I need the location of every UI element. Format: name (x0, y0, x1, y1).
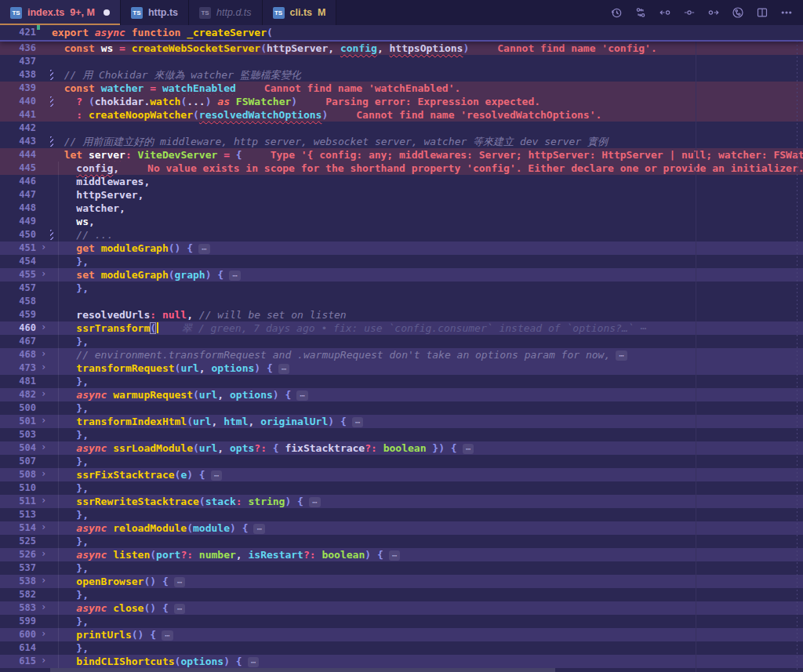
code-editor[interactable]: 421 export async function _createServer(… (0, 25, 803, 672)
fold-chevron-icon[interactable]: › (41, 601, 46, 614)
folded-code-ellipsis[interactable]: ⋯ (174, 604, 186, 614)
line-number[interactable]: 446 (0, 175, 36, 188)
code-line-615[interactable]: 615› bindCLIShortcuts(options) {⋯ (0, 655, 803, 668)
folded-code-ellipsis[interactable]: ⋯ (616, 351, 627, 361)
code-line-448[interactable]: 448 watcher, (0, 202, 803, 215)
fold-chevron-icon[interactable]: › (41, 494, 46, 507)
line-number[interactable]: 439 (0, 82, 36, 95)
line-number[interactable]: 510 (0, 481, 36, 495)
code-line-501[interactable]: 501› transformIndexHtml(url, html, origi… (0, 415, 803, 428)
line-number[interactable]: 514 (0, 521, 36, 535)
line-number[interactable]: 441 (0, 108, 36, 122)
line-number[interactable]: 481 (0, 375, 36, 388)
code-line-459[interactable]: 459 resolvedUrls: null, // will be set o… (0, 308, 803, 321)
folded-code-ellipsis[interactable]: ⋯ (229, 271, 241, 281)
folded-code-ellipsis[interactable]: ⋯ (296, 390, 308, 401)
folded-code-ellipsis[interactable]: ⋯ (162, 630, 173, 641)
fold-chevron-icon[interactable]: › (41, 441, 46, 454)
line-number[interactable]: 459 (0, 308, 36, 321)
line-number[interactable]: 473 (0, 361, 36, 375)
code-line-447[interactable]: 447 httpServer, (0, 188, 803, 202)
fold-chevron-icon[interactable]: › (41, 241, 46, 254)
tab-index-ts[interactable]: TSindex.ts9+, M (0, 0, 121, 25)
line-number[interactable]: 436 (0, 42, 36, 55)
code-line-513[interactable]: 513 }, (0, 508, 803, 521)
line-number[interactable]: 501 (0, 415, 36, 428)
code-line-451[interactable]: 451› get moduleGraph() {⋯ (0, 242, 803, 255)
code-line-455[interactable]: 455› set moduleGraph(graph) {⋯ (0, 268, 803, 282)
code-line-442[interactable]: 442 (0, 122, 803, 135)
tab-http-ts[interactable]: TShttp.ts (121, 0, 189, 25)
open-changes-icon[interactable] (634, 6, 647, 19)
fold-chevron-icon[interactable]: › (41, 387, 46, 401)
code-line-510[interactable]: 510 }, (0, 481, 803, 495)
sticky-scroll-line[interactable]: 421 export async function _createServer( (0, 25, 803, 42)
code-line-473[interactable]: 473› transformRequest(url, options) {⋯ (0, 361, 803, 375)
code-line-511[interactable]: 511› ssrRewriteStacktrace(stack: string)… (0, 495, 803, 508)
line-number[interactable]: 526 (0, 548, 36, 561)
line-number[interactable]: 449 (0, 215, 36, 228)
code-line-600[interactable]: 600› printUrls() {⋯ (0, 628, 803, 641)
code-line-457[interactable]: 457 }, (0, 282, 803, 295)
git-graph-icon[interactable] (732, 6, 744, 19)
line-number[interactable]: 537 (0, 561, 36, 575)
code-line-458[interactable]: 458 (0, 295, 803, 308)
line-number[interactable]: 451 (0, 242, 36, 255)
code-line-445[interactable]: 445 config,No value exists in scope for … (0, 162, 803, 175)
folded-code-ellipsis[interactable]: ⋯ (211, 470, 223, 481)
code-line-614[interactable]: 614 }, (0, 641, 803, 655)
code-line-437[interactable]: 437 (0, 55, 803, 68)
code-line-508[interactable]: 508› ssrFixStacktrace(e) {⋯ (0, 468, 803, 481)
horizontal-scrollbar[interactable] (50, 668, 555, 672)
line-number[interactable]: 508 (0, 468, 36, 481)
line-number[interactable]: 538 (0, 575, 36, 588)
line-number[interactable]: 482 (0, 388, 36, 401)
line-number[interactable]: 460 (0, 321, 36, 335)
line-number[interactable]: 444 (0, 148, 36, 162)
code-line-500[interactable]: 500 }, (0, 401, 803, 415)
folded-code-ellipsis[interactable]: ⋯ (198, 244, 210, 254)
line-number[interactable]: 457 (0, 282, 36, 295)
line-number[interactable]: 504 (0, 441, 36, 455)
code-line-443[interactable]: 443 // 用前面建立好的 middleware, http server, … (0, 135, 803, 148)
code-line-481[interactable]: 481 }, (0, 375, 803, 388)
folded-code-ellipsis[interactable]: ⋯ (248, 657, 260, 667)
line-number[interactable]: 445 (0, 162, 36, 175)
line-number[interactable]: 599 (0, 615, 36, 628)
tab-http-d-ts[interactable]: TShttp.d.ts (189, 0, 262, 25)
line-number[interactable]: 511 (0, 495, 36, 508)
line-number[interactable]: 458 (0, 295, 36, 308)
code-line-482[interactable]: 482› async warmupRequest(url, options) {… (0, 388, 803, 401)
fold-chevron-icon[interactable]: › (41, 361, 46, 374)
previous-change-icon[interactable] (659, 6, 671, 19)
folded-code-ellipsis[interactable]: ⋯ (174, 577, 186, 587)
fold-chevron-icon[interactable]: › (41, 547, 46, 561)
code-line-468[interactable]: 468› // environment.transformRequest and… (0, 348, 803, 361)
line-number[interactable]: 614 (0, 641, 36, 655)
code-line-583[interactable]: 583› async close() {⋯ (0, 601, 803, 615)
folded-code-ellipsis[interactable]: ⋯ (309, 497, 321, 507)
line-number[interactable]: 438 (0, 68, 36, 82)
line-number[interactable]: 440 (0, 95, 36, 108)
line-number[interactable]: 507 (0, 455, 36, 468)
fold-chevron-icon[interactable]: › (41, 574, 46, 587)
line-number[interactable]: 500 (0, 401, 36, 415)
code-line-526[interactable]: 526› async listen(port?: number, isResta… (0, 548, 803, 561)
folded-code-ellipsis[interactable]: ⋯ (389, 550, 401, 561)
line-number[interactable]: 467 (0, 335, 36, 348)
code-line-538[interactable]: 538› openBrowser() {⋯ (0, 575, 803, 588)
next-change-icon[interactable] (707, 6, 720, 19)
code-line-514[interactable]: 514› async reloadModule(module) {⋯ (0, 521, 803, 535)
code-line-599[interactable]: 599 }, (0, 615, 803, 628)
line-number[interactable]: 468 (0, 348, 36, 361)
line-number[interactable]: 447 (0, 188, 36, 202)
code-line-436[interactable]: 436 const ws = createWebSocketServer(htt… (0, 42, 803, 55)
fold-chevron-icon[interactable]: › (41, 654, 46, 667)
line-number[interactable]: 455 (0, 268, 36, 282)
line-number[interactable]: 437 (0, 55, 36, 68)
fold-chevron-icon[interactable]: › (41, 347, 46, 361)
split-editor-icon[interactable] (756, 6, 768, 19)
line-number[interactable]: 450 (0, 228, 36, 242)
compare-revision-icon[interactable] (683, 6, 696, 19)
line-number[interactable]: 525 (0, 535, 36, 548)
